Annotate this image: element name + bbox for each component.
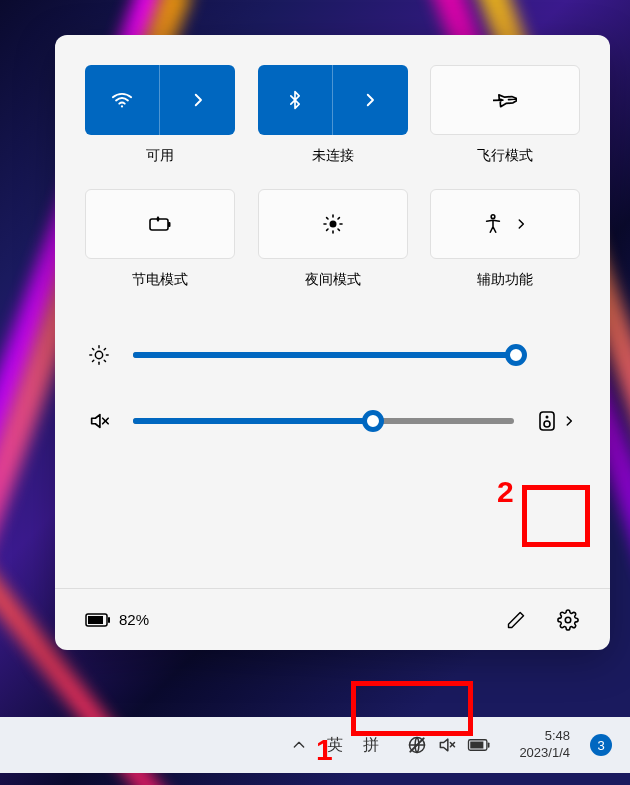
svg-line-20 (92, 360, 93, 361)
network-disabled-icon (407, 735, 427, 755)
system-tray[interactable] (399, 731, 499, 759)
svg-point-30 (565, 617, 571, 623)
chevron-right-icon (514, 217, 528, 231)
wifi-icon (111, 89, 133, 111)
chevron-right-icon (361, 91, 379, 109)
bluetooth-tile[interactable] (258, 65, 408, 135)
night-light-label: 夜间模式 (305, 271, 361, 289)
accessibility-tile[interactable] (430, 189, 580, 259)
taskbar-clock[interactable]: 5:48 2023/1/4 (519, 728, 570, 762)
svg-rect-29 (88, 616, 103, 624)
night-light-tile-wrap: 夜间模式 (258, 189, 408, 289)
brightness-icon (85, 344, 113, 366)
wifi-expand[interactable] (160, 65, 235, 135)
bluetooth-tile-wrap: 未连接 (258, 65, 408, 165)
chevron-right-icon (189, 91, 207, 109)
ime-mode[interactable]: 拼 (363, 735, 379, 756)
volume-mute-icon[interactable] (85, 410, 113, 432)
svg-line-11 (338, 218, 339, 219)
svg-point-26 (544, 421, 550, 427)
audio-output-button[interactable] (534, 408, 580, 434)
svg-line-19 (104, 360, 105, 361)
night-light-icon (321, 212, 345, 236)
volume-mute-tray-icon (437, 735, 457, 755)
svg-point-25 (546, 416, 549, 419)
battery-saver-tile-wrap: 节电模式 (85, 189, 235, 289)
battery-tray-icon (467, 738, 491, 752)
svg-line-10 (326, 229, 327, 230)
brightness-slider-thumb[interactable] (505, 344, 527, 366)
airplane-label: 飞行模式 (477, 147, 533, 165)
svg-line-8 (326, 218, 327, 219)
bluetooth-label: 未连接 (312, 147, 354, 165)
brightness-slider-row (85, 344, 580, 366)
taskbar-time: 5:48 (545, 728, 570, 745)
taskbar: 英 拼 5:48 2023/1/4 3 (0, 717, 630, 773)
battery-icon (85, 612, 111, 628)
wifi-tile[interactable] (85, 65, 235, 135)
volume-slider-row (85, 408, 580, 434)
accessibility-icon (482, 213, 504, 235)
quick-settings-panel: 可用 未连接 (55, 35, 610, 650)
audio-output-icon (538, 410, 556, 432)
battery-saver-tile[interactable] (85, 189, 235, 259)
wifi-label: 可用 (146, 147, 174, 165)
svg-rect-37 (471, 742, 484, 749)
chevron-right-icon (562, 414, 576, 428)
battery-status[interactable]: 82% (85, 611, 149, 628)
ime-language[interactable]: 英 (327, 735, 343, 756)
notification-badge[interactable]: 3 (590, 734, 612, 756)
svg-point-3 (329, 221, 336, 228)
volume-slider-thumb[interactable] (362, 410, 384, 432)
sliders-section (85, 344, 580, 476)
wifi-tile-wrap: 可用 (85, 65, 235, 165)
svg-line-21 (104, 348, 105, 349)
panel-footer: 82% (55, 588, 610, 650)
battery-saver-icon (146, 214, 174, 234)
pencil-icon (506, 610, 526, 630)
svg-line-18 (92, 348, 93, 349)
accessibility-label: 辅助功能 (477, 271, 533, 289)
accessibility-tile-wrap: 辅助功能 (430, 189, 580, 289)
svg-point-12 (491, 215, 495, 219)
svg-rect-36 (488, 742, 490, 747)
svg-point-13 (95, 351, 102, 358)
bluetooth-icon (285, 90, 305, 110)
edit-button[interactable] (504, 608, 528, 632)
wifi-toggle[interactable] (85, 65, 160, 135)
brightness-slider[interactable] (133, 352, 516, 358)
volume-slider[interactable] (133, 418, 514, 424)
footer-actions (504, 608, 580, 632)
svg-point-0 (121, 105, 123, 107)
svg-rect-2 (168, 222, 171, 227)
battery-saver-label: 节电模式 (132, 271, 188, 289)
gear-icon (557, 609, 579, 631)
airplane-icon (493, 88, 517, 112)
airplane-tile[interactable] (430, 65, 580, 135)
tray-expand-chevron[interactable] (291, 737, 307, 753)
taskbar-date: 2023/1/4 (519, 745, 570, 762)
bluetooth-expand[interactable] (333, 65, 408, 135)
svg-rect-28 (108, 617, 110, 623)
quick-settings-row-2: 节电模式 夜间模式 辅助功能 (85, 189, 580, 289)
quick-settings-row-1: 可用 未连接 (85, 65, 580, 165)
chevron-up-icon (291, 737, 307, 753)
bluetooth-toggle[interactable] (258, 65, 333, 135)
settings-button[interactable] (556, 608, 580, 632)
night-light-tile[interactable] (258, 189, 408, 259)
airplane-tile-wrap: 飞行模式 (430, 65, 580, 165)
svg-line-9 (338, 229, 339, 230)
battery-percent-text: 82% (119, 611, 149, 628)
